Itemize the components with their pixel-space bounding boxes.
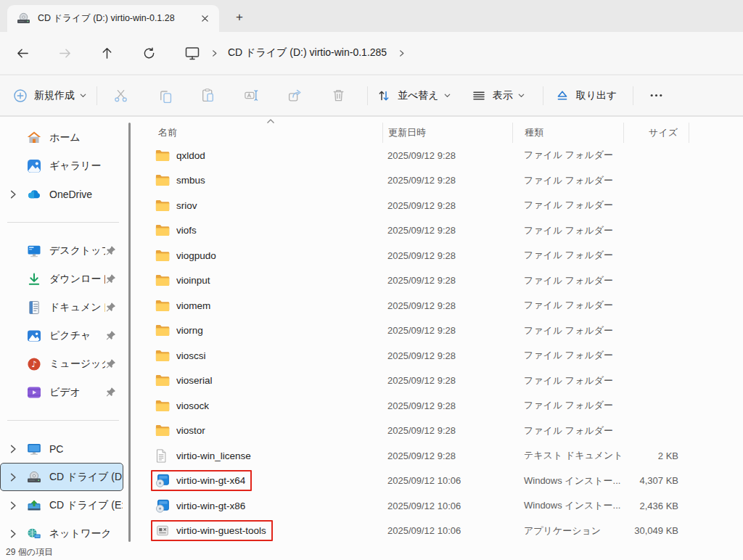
folder-icon — [155, 349, 170, 363]
sort-icon — [377, 88, 391, 103]
sidebar-scrollbar[interactable] — [128, 123, 131, 542]
sidebar-item-label: ドキュメント — [49, 301, 105, 314]
file-row-viomem[interactable]: viomem2025/09/12 9:28ファイル フォルダー — [145, 293, 743, 318]
column-header-type[interactable]: 種類 — [512, 123, 623, 143]
document-icon — [27, 300, 41, 315]
sort-button[interactable]: 並べ替え — [377, 82, 451, 110]
pin-icon — [105, 302, 116, 313]
eject-button[interactable]: 取り出す — [555, 82, 622, 110]
column-header-name[interactable]: 名前 — [145, 126, 382, 139]
file-row-virtio-win_license[interactable]: virtio-win_license2025/09/12 9:28テキスト ドキ… — [145, 443, 743, 469]
breadcrumb[interactable]: CD ドライブ (D:) virtio-win-0.1.285 — [228, 46, 387, 59]
file-row-smbus[interactable]: smbus2025/09/12 9:28ファイル フォルダー — [145, 168, 743, 194]
file-name-group: vioserial — [151, 370, 219, 391]
file-size: 2,436 KB — [623, 501, 689, 511]
file-date: 2025/09/12 9:28 — [382, 300, 512, 311]
column-header-size[interactable]: サイズ — [623, 123, 689, 143]
file-row-vioserial[interactable]: vioserial2025/09/12 9:28ファイル フォルダー — [145, 368, 743, 394]
file-row-viosock[interactable]: viosock2025/09/12 9:28ファイル フォルダー — [145, 393, 743, 419]
sidebar-item-label: ミュージック — [49, 358, 105, 371]
chevron-right-icon[interactable] — [210, 49, 218, 57]
chevron-right-icon[interactable] — [8, 501, 18, 511]
sidebar-item-label: OneDrive — [49, 189, 123, 200]
file-row-viogpudo[interactable]: viogpudo2025/09/12 9:28ファイル フォルダー — [145, 243, 743, 268]
file-name: viomem — [176, 300, 210, 311]
file-row-sriov[interactable]: sriov2025/09/12 9:28ファイル フォルダー — [145, 193, 743, 218]
sidebar-item-label: ホーム — [49, 131, 123, 144]
file-date: 2025/09/12 9:28 — [382, 400, 512, 411]
sidebar-item-cd-drive-d[interactable]: CD ドライブ (D:) v — [0, 463, 123, 491]
file-type: ファイル フォルダー — [512, 399, 623, 412]
file-name: viorng — [176, 325, 203, 336]
status-bar: 29 個の項目 — [6, 546, 53, 559]
arrow-up-icon[interactable] — [94, 41, 120, 65]
paste-button[interactable] — [192, 81, 223, 110]
file-row-virtio-win-gt-x86[interactable]: virtio-win-gt-x862025/09/12 10:06Windows… — [145, 493, 743, 519]
chevron-right-icon[interactable] — [8, 444, 18, 454]
refresh-icon[interactable] — [136, 41, 162, 65]
file-size: 30,049 KB — [623, 525, 689, 536]
command-toolbar: 新規作成 並べ替え 表示 取り出す — [0, 75, 743, 116]
highlight-box: virtio-win-gt-x64 — [151, 470, 252, 491]
column-header-date[interactable]: 更新日時 — [382, 123, 512, 143]
pin-icon — [105, 273, 116, 284]
new-tab-button[interactable]: + — [229, 8, 250, 27]
sidebar-item-pc[interactable]: PC — [0, 435, 123, 463]
file-row-qxldod[interactable]: qxldod2025/09/12 9:28ファイル フォルダー — [145, 143, 743, 168]
close-icon[interactable] — [196, 10, 213, 28]
file-date: 2025/09/12 9:28 — [382, 450, 512, 461]
sidebar-item-network[interactable]: ネットワーク — [0, 519, 123, 548]
onedrive-icon — [27, 187, 41, 202]
sidebar-item-home[interactable]: ホーム — [0, 123, 123, 152]
file-explorer-window: CD ドライブ (D:) virtio-win-0.1.28 + CD ドライブ… — [0, 0, 743, 560]
file-row-virtio-win-guest-tools[interactable]: virtio-win-guest-tools2025/09/12 10:06アプ… — [145, 519, 743, 544]
sidebar-item-music[interactable]: ♪ミュージック — [0, 350, 123, 378]
tab-title: CD ドライブ (D:) virtio-win-0.1.28 — [38, 12, 196, 25]
file-row-virtio-win-gt-x64[interactable]: virtio-win-gt-x642025/09/12 10:06Windows… — [145, 469, 743, 494]
file-name: virtio-win_license — [176, 450, 251, 461]
file-row-vioscsi[interactable]: vioscsi2025/09/12 9:28ファイル フォルダー — [145, 343, 743, 368]
sidebar-item-label: ギャラリー — [49, 160, 123, 173]
cut-button[interactable] — [104, 81, 136, 110]
sidebar-item-onedrive[interactable]: OneDrive — [0, 180, 123, 208]
file-name: smbus — [176, 175, 205, 186]
sidebar-item-desktop[interactable]: デスクトップ — [0, 236, 123, 265]
sidebar-item-pictures[interactable]: ピクチャ — [0, 321, 123, 350]
sidebar-item-videos[interactable]: ビデオ — [0, 378, 123, 406]
chevron-right-icon[interactable] — [8, 472, 18, 482]
monitor-icon[interactable] — [184, 45, 200, 61]
file-type: テキスト ドキュメント — [512, 449, 623, 462]
pc-icon — [27, 442, 41, 456]
cd-drive-icon — [17, 12, 30, 25]
view-icon — [472, 88, 486, 103]
sidebar-item-cd-drive-e[interactable]: CD ドライブ (E:) Cl — [0, 491, 123, 519]
file-row-viostor[interactable]: viostor2025/09/12 9:28ファイル フォルダー — [145, 419, 743, 444]
folder-icon — [155, 149, 170, 162]
sidebar-item-documents[interactable]: ドキュメント — [0, 293, 123, 321]
new-button[interactable]: 新規作成 — [13, 82, 87, 110]
arrow-forward-icon[interactable] — [52, 41, 78, 65]
explorer-tab[interactable]: CD ドライブ (D:) virtio-win-0.1.28 — [7, 5, 219, 32]
folder-icon — [155, 299, 170, 313]
chevron-right-icon[interactable] — [398, 49, 406, 57]
sort-caret-icon — [266, 118, 276, 125]
delete-button[interactable] — [322, 81, 354, 110]
copy-button[interactable] — [148, 81, 180, 110]
rename-button[interactable] — [235, 81, 267, 110]
home-icon — [27, 131, 41, 145]
toolbar-divider — [633, 86, 633, 105]
file-row-vioinput[interactable]: vioinput2025/09/12 9:28ファイル フォルダー — [145, 268, 743, 294]
file-row-viofs[interactable]: viofs2025/09/12 9:28ファイル フォルダー — [145, 218, 743, 244]
sidebar-item-downloads[interactable]: ダウンロード — [0, 265, 123, 293]
arrow-back-icon[interactable] — [9, 41, 36, 65]
chevron-right-icon[interactable] — [8, 529, 18, 539]
file-name-group: sriov — [151, 195, 204, 216]
more-button[interactable] — [644, 81, 668, 110]
sidebar-divider — [0, 208, 128, 236]
share-button[interactable] — [279, 81, 311, 110]
chevron-right-icon[interactable] — [8, 189, 18, 199]
sidebar-item-gallery[interactable]: ギャラリー — [0, 152, 123, 180]
view-button[interactable]: 表示 — [472, 82, 525, 110]
file-row-viorng[interactable]: viorng2025/09/12 9:28ファイル フォルダー — [145, 318, 743, 344]
msi-icon — [155, 499, 170, 513]
